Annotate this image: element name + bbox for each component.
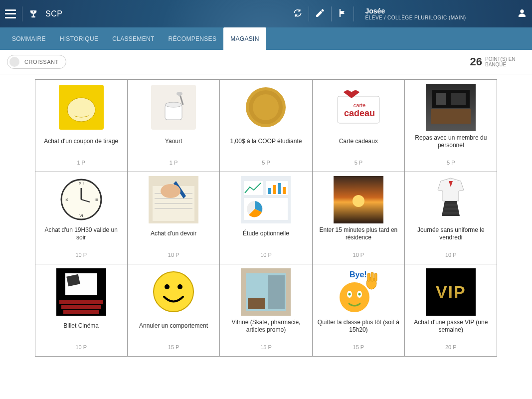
- store-item[interactable]: Bye! Quitter la classe plus tôt (soit à …: [312, 264, 405, 357]
- item-thumb: [241, 84, 291, 131]
- svg-point-4: [165, 102, 182, 107]
- item-thumb: cartecadeau: [334, 84, 383, 131]
- item-thumb: [149, 84, 198, 131]
- tab-récompenses[interactable]: RÉCOMPENSES: [162, 27, 224, 50]
- tab-classement[interactable]: CLASSEMENT: [105, 27, 161, 50]
- store-item[interactable]: VIP Achat d'une passe VIP (une semaine) …: [404, 264, 497, 357]
- menu-icon[interactable]: [5, 9, 16, 18]
- store-item[interactable]: Billet Cinéma 10 P: [35, 264, 128, 357]
- svg-rect-44: [59, 300, 103, 304]
- svg-text:carte: carte: [354, 102, 365, 108]
- item-price: 15 P: [260, 344, 272, 352]
- item-thumb: [241, 268, 291, 316]
- svg-point-58: [358, 293, 361, 295]
- item-price: 10 P: [75, 344, 87, 352]
- svg-rect-30: [244, 181, 263, 195]
- svg-point-29: [161, 184, 180, 198]
- user-block[interactable]: Josée ÉLÈVE / COLLÈGE PLURILOGIC (MAIN): [365, 7, 466, 20]
- item-title: Journée sans uniforme le vendredi: [408, 226, 494, 241]
- svg-rect-15: [436, 93, 446, 105]
- item-price: 20 P: [445, 344, 457, 352]
- svg-rect-60: [367, 273, 370, 281]
- item-price: 1 P: [170, 160, 178, 168]
- store-item[interactable]: Achat d'un coupon de tirage 1 P: [35, 79, 128, 172]
- item-thumb: [56, 84, 106, 131]
- svg-rect-34: [278, 183, 281, 194]
- svg-point-2: [67, 98, 95, 122]
- svg-point-56: [349, 293, 351, 295]
- svg-rect-45: [61, 305, 101, 309]
- tab-bar: SOMMAIREHISTORIQUECLASSEMENTRÉCOMPENSESM…: [0, 27, 532, 50]
- app-header: SCP Josée ÉLÈVE / COLLÈGE PLURILOGIC (MA…: [0, 0, 532, 27]
- svg-point-1: [521, 9, 524, 13]
- svg-text:cadeau: cadeau: [344, 108, 375, 118]
- store-item[interactable]: Yaourt 1 P: [127, 79, 220, 172]
- item-title: Achat d'un coupon de tirage: [42, 134, 120, 149]
- store-item[interactable]: Enter 15 minutes plus tard en résidence …: [312, 172, 405, 264]
- svg-rect-13: [431, 109, 471, 124]
- flag-icon[interactable]: [338, 8, 348, 20]
- svg-rect-46: [63, 310, 99, 314]
- item-title: Quitter la classe plus tôt (soit à 15h20…: [316, 319, 401, 334]
- svg-text:IX: IX: [64, 198, 68, 202]
- item-thumb: [241, 176, 291, 223]
- svg-rect-62: [374, 273, 377, 281]
- item-title: Étude optionnelle: [241, 226, 291, 241]
- store-item[interactable]: Vitrine (Skate, pharmacie, articles prom…: [219, 264, 312, 357]
- svg-text:Bye!: Bye!: [350, 270, 367, 279]
- item-thumb: VIP: [426, 268, 476, 316]
- svg-point-49: [177, 284, 182, 289]
- sort-label: CROISSANT: [24, 59, 59, 65]
- item-thumb: [56, 268, 106, 316]
- item-price: 5 P: [355, 160, 363, 168]
- svg-point-38: [353, 195, 364, 207]
- item-price: 15 P: [168, 344, 179, 352]
- store-item[interactable]: Achat d'un devoir 10 P: [127, 172, 220, 264]
- svg-rect-32: [268, 188, 271, 194]
- svg-rect-51: [248, 298, 265, 309]
- store-item[interactable]: Annuler un comportement 15 P: [127, 264, 220, 357]
- item-price: 1 P: [77, 160, 85, 168]
- item-price: 15 P: [353, 344, 364, 352]
- tab-historique[interactable]: HISTORIQUE: [53, 27, 105, 50]
- item-title: Enter 15 minutes plus tard en résidence: [316, 226, 401, 241]
- profile-icon[interactable]: [517, 8, 527, 20]
- svg-point-54: [340, 282, 369, 312]
- store-item[interactable]: XIIIIIVIIX Achat d'un 19H30 valide un so…: [35, 172, 128, 264]
- svg-rect-52: [268, 275, 285, 309]
- user-name: Josée: [365, 7, 466, 15]
- sub-bar: CROISSANT 26 POINT(S) EN BANQUE: [0, 50, 532, 74]
- svg-text:III: III: [94, 198, 98, 202]
- item-title: Repas avec un membre du personnel: [408, 134, 494, 149]
- svg-point-6: [177, 92, 182, 96]
- store-item[interactable]: Repas avec un membre du personnel 5 P: [404, 79, 497, 172]
- toggle-knob: [9, 57, 19, 67]
- points-balance: 26 POINT(S) EN BANQUE: [470, 55, 525, 68]
- item-title: Achat d'un 19H30 valide un soir: [38, 226, 124, 241]
- user-role: ÉLÈVE / COLLÈGE PLURILOGIC (MAIN): [365, 15, 466, 20]
- item-thumb: [149, 176, 198, 223]
- trophy-icon[interactable]: [28, 9, 38, 19]
- item-thumb: [334, 176, 383, 223]
- tab-sommaire[interactable]: SOMMAIRE: [5, 27, 53, 50]
- item-title: Annuler un comportement: [137, 319, 210, 334]
- item-title: Yaourt: [163, 134, 184, 149]
- item-title: Vitrine (Skate, pharmacie, articles prom…: [223, 319, 309, 334]
- store-item[interactable]: 1,00$ à la COOP étudiante 5 P: [219, 79, 312, 172]
- item-thumb: XIIIIIVIIX: [56, 176, 106, 223]
- edit-icon[interactable]: [315, 8, 325, 20]
- item-price: 10 P: [75, 252, 87, 260]
- svg-text:XII: XII: [79, 181, 84, 186]
- store-item[interactable]: cartecadeau Carte cadeaux 5 P: [312, 79, 405, 172]
- store-item[interactable]: Étude optionnelle 10 P: [219, 172, 312, 264]
- points-value: 26: [470, 55, 482, 68]
- tab-magasin[interactable]: MAGASIN: [223, 27, 266, 50]
- item-thumb: Bye!: [334, 268, 383, 316]
- app-title: SCP: [45, 9, 62, 18]
- svg-rect-61: [371, 272, 373, 281]
- svg-rect-33: [273, 185, 276, 194]
- item-price: 10 P: [445, 252, 457, 260]
- store-item[interactable]: Journée sans uniforme le vendredi 10 P: [404, 172, 497, 264]
- refresh-icon[interactable]: [293, 8, 303, 20]
- sort-toggle[interactable]: CROISSANT: [7, 55, 66, 69]
